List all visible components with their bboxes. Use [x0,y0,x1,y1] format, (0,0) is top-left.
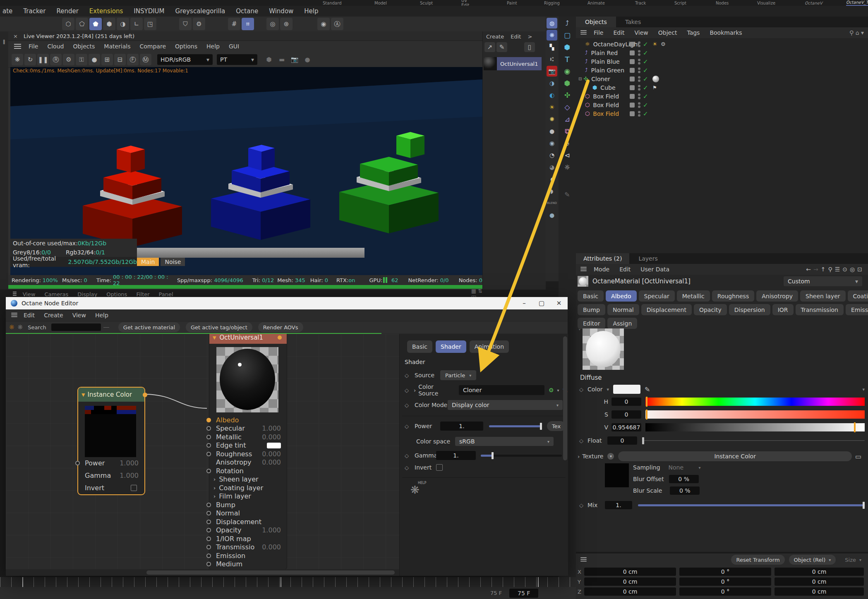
input-port[interactable] [206,545,211,549]
universal-node-row[interactable]: Rotation [209,467,287,475]
mm-menu-more[interactable]: > [528,34,532,40]
layout-tab-paint[interactable]: Paint [507,1,517,5]
input-port[interactable] [206,528,211,532]
left-strip-handle-icon[interactable]: ❚ [2,39,8,44]
invert-checkbox[interactable] [131,485,137,491]
input-port[interactable] [206,562,211,566]
checkerboard-icon[interactable]: ▚ [547,42,557,53]
universal-node-row[interactable]: Opacity1.000 [209,526,287,535]
chip-opacity[interactable]: Opacity [694,304,727,315]
lv-menu-cloud[interactable]: Cloud [47,43,64,50]
spline-rect-icon[interactable]: ▢ [562,30,573,41]
render-viewport[interactable]: Check:0ms./1ms. MeshGen:0ms. Update[M]:0… [10,67,482,275]
output-port[interactable] [143,393,147,397]
tab-shader[interactable]: Shader [436,340,466,353]
expand-icon[interactable]: › [414,387,416,393]
universal-material-node[interactable]: ▼ OctUniversal1 AlbedoSpecular1.000Metal… [209,334,287,569]
null-axis-icon[interactable]: ⊿ [562,114,573,125]
gamma-value[interactable]: 1. [436,451,476,460]
mm-arrow-icon[interactable]: ↗ [484,42,495,52]
hamburger-icon[interactable] [580,30,586,31]
universal-node-row[interactable]: Roughness0.000 [209,450,287,458]
input-port[interactable] [206,537,211,541]
power-value[interactable]: 1. [440,422,483,431]
axis-mode-icon[interactable]: ∟ [130,18,143,30]
model-mode-icon[interactable]: ⬢ [103,18,115,30]
field-icon[interactable]: ◉ [562,66,573,77]
lv-menu-options[interactable]: Options [175,43,197,50]
lv-menu-gui[interactable]: GUI [229,43,239,50]
magnet-icon[interactable]: ⛉ [179,18,192,30]
arealight-icon[interactable]: ✺ [547,114,557,125]
layout-tab-sculpt[interactable]: Sculpt [420,1,433,5]
points-mode-icon[interactable]: ⬡ [62,18,74,30]
st-camera-icon[interactable]: ⊲ [562,150,573,161]
colorspace-dropdown[interactable]: HDR/sRGB▾ [157,54,213,65]
chip-emission[interactable]: Emission [846,304,868,315]
expand-toggle-icon[interactable]: ⊟ [578,77,582,81]
deformer-icon[interactable]: ◇ [562,102,573,113]
layout-tab-octanev[interactable]: OctaneV [805,1,822,5]
material-output-dot[interactable] [278,335,282,340]
om-tags[interactable]: Tags [687,29,700,36]
universal-ball-icon[interactable]: ◖ [547,174,557,184]
lv-menu-materials[interactable]: Materials [104,43,130,50]
scale-x-field[interactable]: 0 cm [774,568,864,576]
hue-value[interactable]: 0 [611,398,641,406]
material-name[interactable]: OctUniversal1 [497,57,542,70]
kernel-dropdown[interactable]: PT▾ [217,54,257,65]
focus-picker-icon[interactable]: Ⓕ [127,54,139,65]
object-row-cloner[interactable]: ⊟ ✣ Cloner ✓ [576,74,868,83]
chip-editor[interactable]: Editor [578,318,605,329]
material-picker-icon[interactable]: Ⓜ [140,54,151,65]
autokey-icon[interactable]: Ⓐ [331,18,343,30]
object-row-cube[interactable]: ⬢ Cube ✓ ⚑ [576,83,868,92]
om-bookmarks[interactable]: Bookmarks [710,29,742,36]
universal-node-row[interactable]: 1/IOR map [209,534,287,543]
tab-animation[interactable]: Animation [470,340,509,353]
node-graph-icon[interactable]: ⑆ [547,54,557,65]
menu-insydium[interactable]: INSYDIUM [134,7,164,15]
get-active-material-button[interactable]: Get active material [118,322,180,332]
diffuse-ball-icon[interactable]: ● [547,126,557,137]
input-port[interactable] [206,503,211,507]
st-globe-icon[interactable]: 🜨 [562,138,573,149]
workplane-icon[interactable]: ◳ [144,18,156,30]
blend-ball-icon[interactable]: BLEND [547,198,557,208]
rot-y-field[interactable]: 0 ° [679,577,771,586]
invert-checkbox[interactable] [436,464,443,471]
chip-roughness[interactable]: Roughness [712,290,754,302]
octane-swirl2-icon[interactable]: ❋ [18,323,23,331]
ne-menu-create[interactable]: Create [44,312,63,319]
input-port[interactable] [206,520,211,524]
menu-octane[interactable]: Octane [236,7,258,15]
lv-menu-objects[interactable]: Objects [73,43,95,50]
collapse-arrow-icon[interactable]: ˅ [578,328,581,334]
mm-trash-icon[interactable]: ▯ [524,42,535,52]
tab-attributes[interactable]: Attributes (2) [576,253,629,264]
collapse-triangle-icon[interactable]: ▼ [82,392,85,398]
grid-icon[interactable]: # [228,18,240,30]
color-expand-icon[interactable]: ▾ [607,387,609,392]
render-aovs-button[interactable]: Render AOVs [258,322,303,332]
layout-tab-script[interactable]: Script [674,1,686,5]
hamburger-icon[interactable] [580,557,586,558]
reset-transform-button[interactable]: Reset Transform [731,555,784,565]
object-row-boxfield-2[interactable]: ⬡ Box Field ✓ [576,101,868,109]
universal-node-row[interactable]: Displacement [209,518,287,526]
object-row-plain-red[interactable]: ⤴ Plain Red ✓ [576,48,868,57]
hamburger-icon[interactable] [580,267,586,268]
lv-menu-help[interactable]: Help [206,43,220,50]
canvas-scrollbar[interactable] [6,569,399,576]
range-marker[interactable] [22,577,23,587]
layout-tab-standard[interactable]: Standard [323,1,342,5]
input-port[interactable] [206,553,211,558]
maximize-button[interactable]: ▢ [533,297,550,309]
universal-node-row[interactable]: Normal [209,509,287,518]
object-row-plain-blue[interactable]: ⤴ Plain Blue ✓ [576,57,868,66]
scale-y-field[interactable]: 0 cm [774,577,864,586]
close-button[interactable]: ✕ [550,297,568,309]
input-port[interactable] [206,418,211,422]
scale-z-field[interactable]: 0 cm [774,587,864,596]
hamburger-icon[interactable] [14,44,21,45]
